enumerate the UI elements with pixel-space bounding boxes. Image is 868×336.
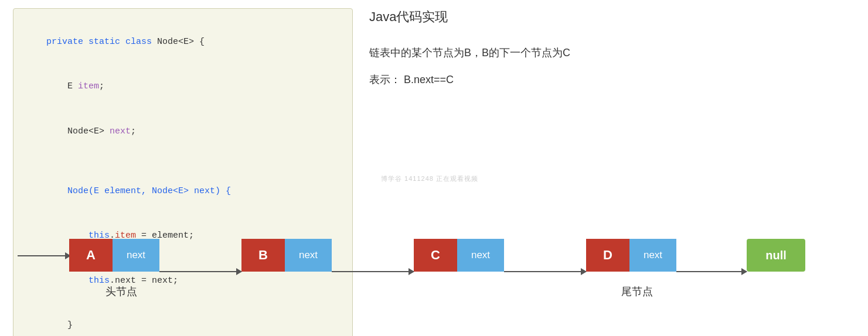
node-c: C next [414,239,504,272]
node-d-next: next [629,239,676,272]
code-line-3: Node<E> next; [25,109,341,154]
explain-line1: 链表中的某个节点为B，B的下一个节点为C [369,43,768,62]
arrow-a-b [159,271,241,272]
node-d: D next [586,239,676,272]
linked-list-diagram: A next B next C next D next null 头节点 尾节点 [0,222,868,336]
node-c-next: next [457,239,504,272]
code-line-5: Node(E element, Node<E> next) { [25,169,341,214]
node-a-next: next [113,239,159,272]
node-b-data: B [241,239,285,272]
null-block: null [747,239,805,272]
null-label: null [765,249,787,262]
code-line-1: private static class Node<E> { [25,19,341,64]
arrow-d-null [676,271,747,272]
node-d-data: D [586,239,629,272]
code-line-2: E item; [25,64,341,109]
code-line-blank [25,154,341,169]
arrow-b-c [332,271,414,272]
node-a: A next [69,239,159,272]
arrow-c-d [504,271,586,272]
node-b: B next [241,239,332,272]
node-b-next: next [285,239,332,272]
start-arrow [18,255,70,256]
explain-line2: 表示： B.next==C [369,70,768,89]
explain-title: Java代码实现 [369,8,768,26]
head-label: 头节点 [76,284,166,299]
node-c-data: C [414,239,457,272]
field-next: next [110,126,131,136]
keyword-private: private static class [46,37,157,47]
field-item: item [78,81,99,91]
explain-panel: Java代码实现 链表中的某个节点为B，B的下一个节点为C 表示： B.next… [369,8,768,98]
tail-label: 尾节点 [592,284,682,299]
node-a-data: A [69,239,113,272]
watermark: 博学谷 1411248 正在观看视频 [381,174,478,183]
class-name: Node<E> { [157,37,205,47]
